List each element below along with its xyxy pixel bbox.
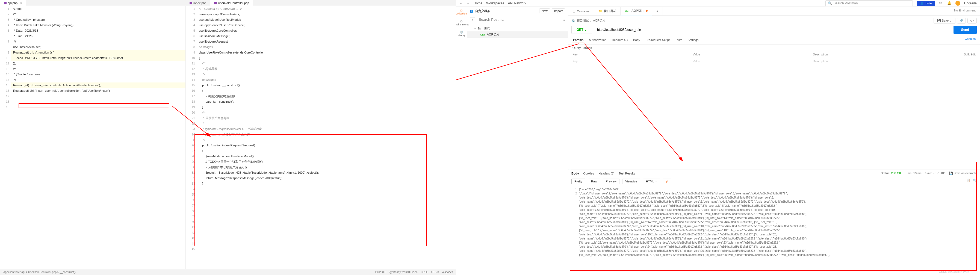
status-enc[interactable]: UTF-8 xyxy=(431,271,439,273)
status-ready: @:Ready;result=0 22:6 xyxy=(390,271,418,273)
resp-time: Time: 19 ms xyxy=(905,172,921,175)
sidebar-history[interactable]: 🕓History xyxy=(458,31,465,37)
request-breadcrumb: 📡 接口测试 / AOP切片 💾 Save ⌄ 🔗 </> xyxy=(568,16,980,24)
nav-fwd-icon[interactable]: → xyxy=(466,2,470,5)
search-input[interactable]: 🔍Search Postman xyxy=(826,0,913,6)
postman-topbar: ← → Home Workspaces API Network 🔍Search … xyxy=(456,0,980,7)
method-badge: GET xyxy=(480,33,485,36)
environment-selector[interactable]: No Environment xyxy=(950,7,980,15)
editor-left-pane[interactable]: 12345678910111213141516171819<?php/** * … xyxy=(0,0,186,275)
send-button[interactable]: Send xyxy=(953,25,977,34)
resp-tab-cookies[interactable]: Cookies xyxy=(584,172,594,175)
status-php: PHP: 8.0 xyxy=(375,271,386,273)
php-icon xyxy=(4,2,6,4)
sidebar-collections[interactable]: ▢Collections xyxy=(456,9,468,15)
status-spaces[interactable]: 4 spaces xyxy=(442,271,453,273)
response-body[interactable]: 1["code":200,"msg":"\u6210\u529f2","data… xyxy=(568,186,980,275)
save-button[interactable]: 💾 Save ⌄ xyxy=(934,18,955,24)
new-button[interactable]: New xyxy=(539,8,550,13)
collections-icon: ▢ xyxy=(460,9,463,12)
response-panel: Body Cookies Headers (8) Test Results St… xyxy=(568,170,980,275)
crumb-1[interactable]: AOP切片 xyxy=(593,19,605,23)
crumb-0[interactable]: 接口测试 xyxy=(577,19,589,23)
param-value-input[interactable]: Value xyxy=(693,60,813,63)
breadcrumb: \app\Controller\api > UserRoleController… xyxy=(3,271,76,273)
upgrade-button[interactable]: Upgrade xyxy=(964,2,977,5)
method-select[interactable]: GET ⌄ xyxy=(571,25,592,34)
collection-search[interactable] xyxy=(477,17,562,22)
nav-back-icon[interactable]: ← xyxy=(460,2,463,5)
view-pretty[interactable]: Pretty xyxy=(571,179,585,184)
avatar[interactable] xyxy=(955,1,960,6)
cookies-link[interactable]: Cookies xyxy=(965,37,976,43)
settings-icon[interactable]: ⚙ xyxy=(939,1,943,5)
param-tabs: Params Authorization Headers (7) Body Pr… xyxy=(568,36,980,45)
query-params-label: Query Params xyxy=(568,45,980,51)
close-icon[interactable]: × xyxy=(20,2,22,5)
search-icon: 🔍 xyxy=(828,2,832,5)
filter-icon[interactable]: ≡ xyxy=(563,18,565,21)
tree-folder[interactable]: ⌄接口测试 xyxy=(467,25,568,32)
col-value: Value xyxy=(693,53,813,56)
param-key-input[interactable]: Key xyxy=(573,60,693,63)
tab-controller[interactable]: UserRoleController.php xyxy=(210,0,253,6)
share-icon[interactable]: 🔗 xyxy=(957,18,966,24)
php-icon xyxy=(189,2,192,4)
nav-workspaces[interactable]: Workspaces xyxy=(486,2,504,5)
invite-button[interactable]: 👤Invite xyxy=(916,1,935,6)
editor-right-pane[interactable]: index.php UserRoleController.php 1234567… xyxy=(186,0,456,275)
tab-headers[interactable]: Headers (7) xyxy=(611,37,628,43)
view-visualize[interactable]: Visualize xyxy=(622,179,640,184)
save-example-button[interactable]: 💾 Save as example xyxy=(949,172,977,175)
method-badge: GET xyxy=(625,10,630,12)
import-button[interactable]: Import xyxy=(552,8,565,13)
folder-icon: 📁 xyxy=(598,9,602,13)
save-icon: 💾 xyxy=(937,19,941,22)
bulk-edit-link[interactable]: Bulk Edit xyxy=(964,53,976,56)
format-select[interactable]: HTML ⌄ xyxy=(643,179,660,184)
tab-body[interactable]: Body xyxy=(633,37,641,43)
url-input[interactable] xyxy=(594,26,951,33)
view-preview[interactable]: Preview xyxy=(603,179,619,184)
dirty-dot-icon xyxy=(646,10,648,12)
postman-sidebar: ▢Collections ▢Environments 🕓History xyxy=(456,7,467,275)
tab-folder[interactable]: 📁接口测试 xyxy=(594,7,620,15)
resp-tab-headers[interactable]: Headers (8) xyxy=(598,172,614,175)
tab-settings[interactable]: Settings xyxy=(687,37,699,43)
tab-request-aop[interactable]: GETAOP切片 xyxy=(620,7,652,15)
nav-home[interactable]: Home xyxy=(474,2,482,5)
status-crlf[interactable]: CRLF xyxy=(421,271,428,273)
tab-overview[interactable]: ▢Overview xyxy=(568,7,594,15)
tab-prereq[interactable]: Pre-request Script xyxy=(645,37,670,43)
tree-request[interactable]: GETAOP切片 xyxy=(467,32,568,38)
wrap-icon[interactable]: ⇄ xyxy=(663,179,671,184)
param-desc-input[interactable]: Description xyxy=(813,60,976,63)
status-bar: \app\Controller\api > UserRoleController… xyxy=(0,269,456,275)
code-icon[interactable]: </> xyxy=(967,18,977,24)
resp-tab-body[interactable]: Body xyxy=(571,172,579,175)
postman-main: ▢Overview 📁接口测试 GETAOP切片 + No Environmen… xyxy=(568,7,980,275)
add-icon[interactable]: + xyxy=(470,17,475,22)
resp-size: Size: 98.76 KB xyxy=(925,172,945,175)
notifications-icon[interactable]: 🔔 xyxy=(947,1,951,5)
tab-params[interactable]: Params xyxy=(573,37,584,43)
tab-add[interactable]: + xyxy=(652,7,663,15)
overview-icon: ▢ xyxy=(573,9,575,13)
tab-index-php[interactable]: index.php xyxy=(186,0,210,6)
param-row-empty[interactable]: Key Value Description xyxy=(568,57,980,64)
collection-title[interactable]: 自定义框架 xyxy=(475,9,538,13)
history-icon: 🕓 xyxy=(460,31,463,33)
env-icon: ▢ xyxy=(460,20,463,23)
resp-tab-tests[interactable]: Test Results xyxy=(619,172,635,175)
status-badge: Status: 200 OK xyxy=(881,172,901,175)
copy-icon[interactable]: 📋 xyxy=(966,179,970,184)
tab-api-php[interactable]: api.php× xyxy=(0,0,26,6)
view-raw[interactable]: Raw xyxy=(588,179,600,184)
tab-auth[interactable]: Authorization xyxy=(588,37,607,43)
workspace-icon: 👥 xyxy=(470,9,474,13)
nav-api-network[interactable]: API Network xyxy=(508,2,526,5)
tab-tests[interactable]: Tests xyxy=(675,37,683,43)
col-key: Key xyxy=(573,53,693,56)
watermark: CSDN @Cassian Wen xyxy=(939,270,969,273)
search-resp-icon[interactable]: 🔍 xyxy=(973,179,977,184)
